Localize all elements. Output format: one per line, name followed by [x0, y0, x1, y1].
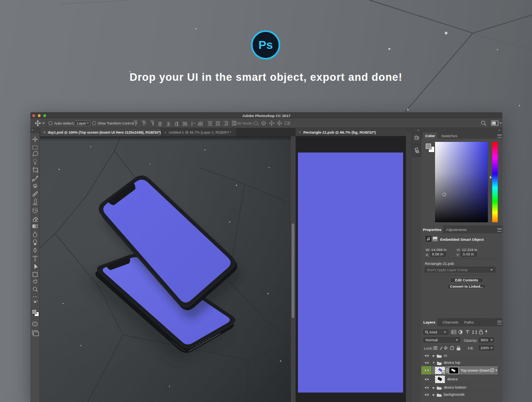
svg-text:Layer: Layer — [77, 121, 86, 125]
svg-text:Show Transform Controls: Show Transform Controls — [98, 121, 134, 125]
svg-text:Auto-Select:: Auto-Select: — [54, 121, 74, 125]
svg-text:3D Mode:: 3D Mode: — [237, 121, 253, 125]
